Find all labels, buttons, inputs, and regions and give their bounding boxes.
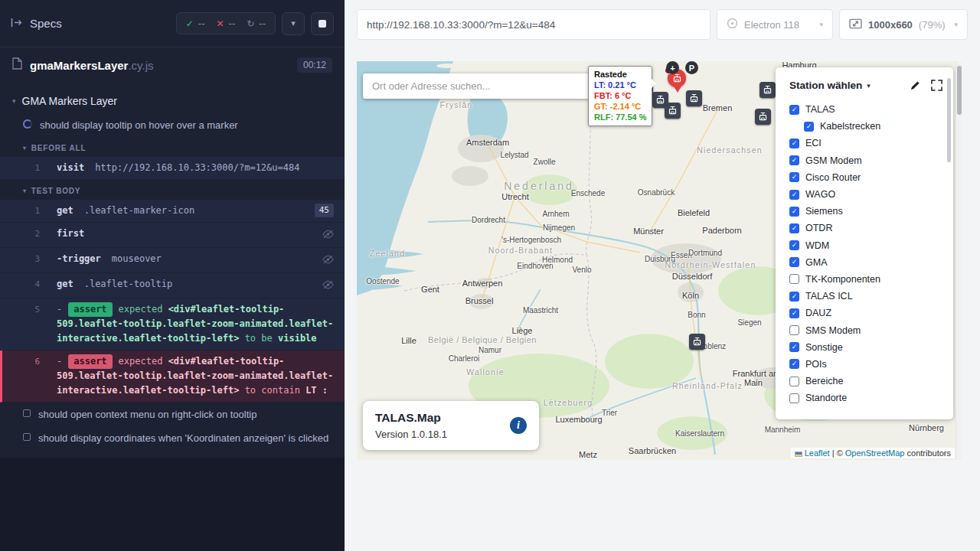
map-label: Metz	[579, 450, 597, 459]
map-label: Rheinland-Pfalz	[672, 381, 743, 390]
attribution-suffix: contributors	[904, 448, 951, 458]
command-name: -trigger	[57, 253, 101, 264]
checkbox-checked[interactable]: ✓	[789, 342, 799, 352]
app-preview: Electron 118 ▾ 1000x660 (79%) ▾	[345, 0, 980, 551]
map-scrollbar[interactable]	[956, 61, 962, 460]
tooltip-arrow	[652, 79, 656, 88]
station-select-label: Station wählen	[789, 80, 862, 91]
map-label: Nürnberg	[909, 423, 944, 432]
pending-test-row[interactable]: should open context menu on right-click …	[0, 403, 345, 426]
pending-test-title: should display coordinates when 'Koordin…	[38, 432, 328, 445]
checkbox-checked[interactable]: ✓	[789, 240, 799, 250]
spec-duration-badge: 00:12	[297, 57, 332, 73]
checkbox-unchecked[interactable]	[789, 393, 799, 403]
pending-test-row[interactable]: should display coordinates when 'Koordin…	[0, 426, 345, 450]
chevron-down-icon: ▾	[819, 21, 823, 28]
layer-row[interactable]: ✓POIs	[789, 356, 942, 373]
command-row[interactable]: 5-assertexpected <div#leaflet-tooltip-50…	[0, 298, 345, 350]
layer-row[interactable]: ✓WDM	[789, 237, 942, 254]
checkbox-checked[interactable]: ✓	[789, 190, 799, 200]
station-marker[interactable]	[755, 109, 771, 125]
layer-row[interactable]: ✓Kabelstrecken	[804, 118, 942, 135]
spec-file-row[interactable]: gmaMarkersLayer.cy.js 00:12	[0, 47, 345, 83]
layer-row[interactable]: ✓TALAS ICL	[789, 288, 942, 305]
before-all-section[interactable]: ▾ BEFORE ALL	[0, 137, 345, 157]
attribution-separator: | ©	[830, 448, 845, 458]
layer-row[interactable]: ✓OTDR	[789, 220, 942, 236]
layer-label: WAGO	[805, 189, 835, 200]
command-row[interactable]: 3-triggermouseover	[0, 248, 345, 273]
layer-row[interactable]: SMS Modem	[789, 321, 942, 338]
checkbox-checked[interactable]: ✓	[789, 207, 799, 217]
checkbox-checked[interactable]: ✓	[789, 223, 799, 233]
command-row[interactable]: 2first	[0, 223, 345, 248]
assert-badge: assert	[68, 354, 112, 369]
suite-row[interactable]: ▾ GMA Markers Layer	[0, 89, 345, 113]
layer-row[interactable]: Standorte	[789, 390, 942, 406]
checkbox-checked[interactable]: ✓	[789, 155, 799, 165]
command-row[interactable]: 6-assertexpected <div#leaflet-tooltip-50…	[0, 350, 345, 403]
specs-menu-button[interactable]: Specs	[11, 17, 62, 31]
osm-link[interactable]: OpenStreetMap	[845, 448, 905, 458]
stat-pending: ↻--	[247, 18, 266, 29]
fullscreen-icon[interactable]	[931, 80, 942, 91]
assert-dash: -	[57, 356, 62, 367]
layer-row[interactable]: ✓TALAS	[789, 101, 942, 118]
checkbox-checked[interactable]: ✓	[789, 139, 799, 148]
station-marker[interactable]	[689, 334, 705, 350]
command-row[interactable]: 4get.leaflet-tooltip	[0, 273, 345, 298]
map-label: Venlo	[572, 266, 591, 274]
checkbox-checked[interactable]: ✓	[789, 359, 799, 369]
station-marker[interactable]	[686, 90, 702, 106]
layer-row[interactable]: ✓WAGO	[789, 186, 942, 203]
checkbox-unchecked[interactable]	[789, 325, 799, 335]
layer-row[interactable]: ✓GSM Modem	[789, 152, 942, 169]
viewport-selector[interactable]: 1000x660 (79%) ▾	[839, 9, 968, 40]
collapse-button[interactable]: ▾	[282, 12, 305, 35]
checkbox-checked[interactable]: ✓	[789, 308, 799, 318]
checkbox-checked[interactable]: ✓	[804, 122, 814, 132]
running-spinner-icon	[23, 119, 32, 129]
layer-row[interactable]: ✓DAUZ	[789, 305, 942, 321]
layer-label: Siemens	[805, 206, 843, 217]
map-label: Wallonie	[466, 367, 504, 377]
station-marker[interactable]	[760, 82, 776, 98]
test-body-section[interactable]: ▾ TEST BODY	[0, 180, 345, 200]
tooltip-title: Rastede	[594, 69, 646, 80]
layer-row[interactable]: TK-Komponenten	[789, 271, 942, 288]
checkbox-checked[interactable]: ✓	[789, 257, 799, 267]
checkbox-checked[interactable]: ✓	[789, 105, 799, 115]
search-input[interactable]	[363, 73, 591, 99]
map-label: Helmond	[542, 256, 573, 264]
panel-scrollbar-thumb[interactable]	[947, 78, 951, 162]
layer-row[interactable]: ✓Sonstige	[789, 339, 942, 356]
layer-row[interactable]: ✓Cisco Router	[789, 169, 942, 186]
checkbox-unchecked[interactable]	[789, 377, 799, 386]
checkbox-checked[interactable]: ✓	[789, 172, 799, 182]
checkbox-unchecked[interactable]	[789, 274, 799, 284]
command-name: get	[57, 279, 74, 289]
station-marker[interactable]	[665, 103, 681, 119]
panel-scrollbar[interactable]	[947, 77, 951, 410]
checkbox-checked[interactable]: ✓	[789, 292, 799, 302]
map-scrollbar-thumb[interactable]	[957, 66, 962, 115]
layer-row[interactable]: Bereiche	[789, 373, 942, 390]
info-icon[interactable]: i	[510, 417, 527, 434]
preview-topbar: Electron 118 ▾ 1000x660 (79%) ▾	[357, 9, 968, 40]
layer-row[interactable]: ✓ECI	[789, 135, 942, 152]
map-circle-button-+[interactable]: +	[666, 61, 679, 74]
layer-row[interactable]: ✓GMA	[789, 254, 942, 271]
layer-label: DAUZ	[805, 308, 831, 318]
station-select-dropdown[interactable]: Station wählen ▾	[789, 80, 942, 91]
command-row[interactable]: 1get.leaflet-marker-icon45	[0, 200, 345, 223]
map[interactable]: FryslânAmsterdamLelystadZwolleNederlandU…	[357, 61, 962, 460]
map-circle-button-p[interactable]: P	[685, 61, 698, 74]
url-bar-input[interactable]	[357, 9, 710, 40]
stop-button[interactable]	[311, 12, 334, 35]
active-test-row[interactable]: should display tooltip on hover over a m…	[0, 113, 345, 137]
browser-selector[interactable]: Electron 118 ▾	[717, 9, 833, 40]
layer-row[interactable]: ✓Siemens	[789, 203, 942, 220]
command-row[interactable]: 1visithttp://192.168.10.33:3000/?m=12&u=…	[0, 157, 345, 180]
edit-pencil-icon[interactable]	[910, 80, 921, 91]
leaflet-link[interactable]: Leaflet	[805, 448, 830, 458]
